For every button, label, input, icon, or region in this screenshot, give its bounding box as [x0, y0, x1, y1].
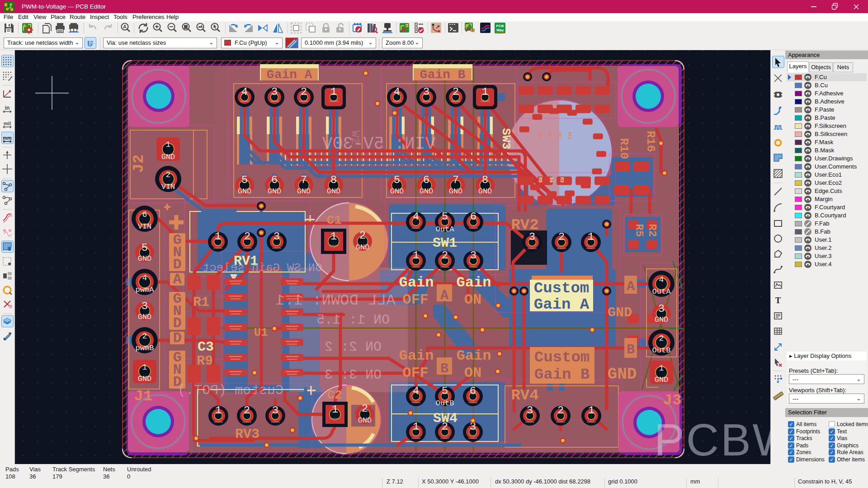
svg-text:B: B: [440, 361, 448, 376]
svg-text:RV4: RV4: [511, 387, 538, 404]
svg-text:2: 2: [659, 334, 664, 343]
svg-text:R5: R5: [538, 177, 542, 183]
svg-text:3: 3: [423, 86, 429, 98]
svg-text:J3: J3: [663, 392, 682, 409]
svg-text:8: 8: [482, 174, 488, 186]
svg-text:1: 1: [215, 404, 222, 417]
svg-text:4: 4: [394, 86, 400, 98]
svg-text:4: 4: [413, 211, 419, 223]
svg-text:3: 3: [527, 404, 533, 417]
svg-text:SW3: SW3: [499, 128, 513, 150]
svg-text:Custom: Custom: [534, 349, 590, 366]
svg-text:R2: R2: [646, 224, 658, 237]
svg-text:2: 2: [142, 332, 147, 341]
svg-text:B: B: [627, 342, 635, 357]
svg-text:R4: R4: [548, 177, 553, 183]
svg-text:7: 7: [301, 174, 307, 186]
svg-text:R12: R12: [567, 132, 572, 139]
svg-text:ON: ON: [464, 291, 481, 308]
svg-text:1: 1: [588, 404, 594, 417]
svg-text:U1: U1: [254, 326, 268, 339]
svg-text:GND: GND: [420, 187, 434, 196]
svg-text:5: 5: [442, 385, 448, 397]
svg-text:A: A: [173, 271, 182, 288]
svg-text:GND: GND: [268, 187, 282, 196]
svg-text:OFF: OFF: [402, 291, 429, 308]
svg-text:GND: GND: [390, 187, 404, 196]
svg-text:4: 4: [142, 273, 147, 282]
svg-text:1: 1: [588, 231, 594, 243]
svg-text:2: 2: [301, 86, 307, 98]
svg-text:2: 2: [442, 249, 448, 262]
svg-text:GND: GND: [297, 187, 311, 196]
svg-text:5: 5: [394, 174, 400, 186]
svg-text:ON: ON: [464, 365, 481, 381]
svg-text:GND: GND: [655, 315, 669, 324]
svg-text:PCBWa: PCBWa: [654, 414, 770, 464]
svg-text:OutA: OutA: [436, 225, 455, 234]
svg-text:R10: R10: [617, 138, 631, 160]
svg-text:GND: GND: [161, 153, 175, 161]
svg-text:Gain: Gain: [399, 274, 434, 291]
svg-text:PCB: PCB: [496, 24, 504, 28]
svg-text:3: 3: [470, 249, 476, 262]
svg-text:3: 3: [658, 303, 665, 315]
svg-text:R14: R14: [547, 132, 552, 140]
svg-text:2: 2: [362, 403, 368, 415]
svg-text:GND: GND: [138, 375, 152, 383]
svg-text:VIN: VIN: [161, 183, 175, 191]
svg-text:2: 2: [453, 86, 459, 98]
svg-text:Gain: Gain: [457, 274, 491, 291]
svg-text:Custom: Custom: [534, 280, 589, 297]
svg-text:R16: R16: [644, 131, 657, 152]
svg-text:GND: GND: [655, 375, 669, 384]
svg-text:in: in: [5, 105, 10, 111]
svg-text:J1: J1: [134, 388, 153, 405]
svg-text:4: 4: [659, 275, 664, 284]
svg-text:1: 1: [413, 249, 419, 262]
svg-text:5: 5: [442, 211, 448, 223]
svg-text:ON SW Gain select: ON SW Gain select: [202, 261, 322, 275]
svg-text:R5: R5: [633, 224, 645, 237]
svg-text:2: 2: [359, 230, 366, 242]
svg-text:C2: C2: [327, 388, 342, 402]
svg-text:Gain: Gain: [457, 347, 491, 364]
svg-text:OFF: OFF: [402, 365, 429, 381]
svg-text:6: 6: [423, 174, 429, 186]
svg-text:C3: C3: [198, 339, 214, 355]
svg-text:VIN: 5V-30V: VIN: 5V-30V: [322, 134, 435, 154]
svg-text:mil: mil: [4, 121, 11, 126]
svg-text:OutA: OutA: [652, 287, 671, 296]
svg-text:6: 6: [271, 174, 278, 186]
svg-text:3: 3: [274, 230, 280, 243]
svg-text:J2: J2: [130, 155, 147, 173]
svg-text:6: 6: [470, 211, 476, 223]
svg-text:7: 7: [453, 174, 459, 186]
svg-text:C1: C1: [326, 213, 342, 227]
svg-text:D: D: [173, 256, 181, 273]
svg-text:pwmA: pwmA: [136, 286, 155, 294]
svg-text:6: 6: [470, 385, 476, 397]
svg-text:5: 5: [241, 174, 248, 186]
svg-text:ON 3: 3: ON 3: 3: [325, 367, 382, 383]
svg-text:1: 1: [215, 230, 221, 243]
svg-text:R1: R1: [193, 295, 209, 310]
svg-text:GND: GND: [608, 305, 632, 320]
svg-text:2: 2: [557, 404, 564, 417]
svg-text:D: D: [173, 330, 181, 347]
svg-text:Gain A: Gain A: [534, 296, 590, 313]
svg-text:3: 3: [142, 300, 148, 312]
svg-text:ALL DOWN: 1.1: ALL DOWN: 1.1: [275, 292, 395, 309]
svg-text:GND: GND: [358, 416, 372, 425]
svg-text:R9: R9: [197, 353, 213, 369]
svg-text:3: 3: [271, 86, 278, 98]
svg-text:5: 5: [142, 242, 148, 254]
svg-text:OutB: OutB: [652, 346, 671, 355]
svg-text:2: 2: [244, 230, 250, 243]
svg-text:GND: GND: [238, 187, 252, 196]
svg-text:2: 2: [244, 404, 250, 417]
svg-text:1: 1: [166, 140, 171, 149]
svg-text:A: A: [440, 288, 448, 303]
svg-text:R13: R13: [538, 132, 542, 139]
svg-text:Gain: Gain: [399, 347, 434, 364]
